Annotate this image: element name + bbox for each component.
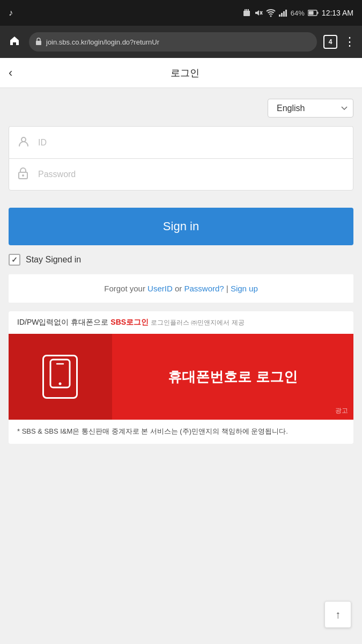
svg-point-20 xyxy=(59,383,62,385)
signal-icon xyxy=(279,9,287,17)
stay-signed-checkbox[interactable]: ✓ xyxy=(9,254,20,266)
home-button[interactable] xyxy=(6,33,23,52)
language-select[interactable]: English 한국어 xyxy=(268,99,353,118)
svg-point-15 xyxy=(21,137,26,142)
svg-rect-8 xyxy=(281,13,283,17)
signin-button[interactable]: Sign in xyxy=(9,208,353,245)
svg-rect-10 xyxy=(285,10,287,17)
links-row: Forgot your UserID or Password? | Sign u… xyxy=(9,274,353,303)
id-input-wrapper xyxy=(9,126,353,158)
status-bar: ♪ 64% 12:13 AM xyxy=(0,0,362,26)
svg-rect-13 xyxy=(308,11,313,15)
lock-field-icon xyxy=(18,167,31,182)
ad-provider-text: 로그인플러스 ㈜민앤지에서 제공 xyxy=(151,318,245,327)
status-icons: 64% 12:13 AM xyxy=(242,9,353,17)
url-bar[interactable]: join.sbs.co.kr/login/login.do?returnUr xyxy=(29,32,317,52)
ad-footer: * SBS & SBS I&M은 통신판매 중계자로 본 서비스는 (주)민앤지… xyxy=(9,420,353,444)
music-icon: ♪ xyxy=(9,8,13,18)
page-header: ‹ 로그인 xyxy=(0,58,362,88)
checkbox-checkmark: ✓ xyxy=(11,255,18,264)
ad-main-text: 휴대폰번호로 로그인 xyxy=(168,368,297,386)
password-input-wrapper xyxy=(9,158,353,191)
sd-card-icon xyxy=(242,9,251,17)
svg-rect-3 xyxy=(248,9,249,11)
ad-label: 광고 xyxy=(335,406,348,415)
forgot-userid-link[interactable]: UserID xyxy=(147,284,173,293)
id-input[interactable] xyxy=(38,138,344,148)
ad-sbs-login-text: SBS로그인 xyxy=(110,318,149,327)
signup-link[interactable]: Sign up xyxy=(231,284,258,293)
wifi-icon xyxy=(266,9,276,17)
password-input[interactable] xyxy=(38,170,344,179)
page-title: 로그인 xyxy=(17,67,353,79)
ad-image-left xyxy=(9,334,112,420)
ad-header-text1: ID/PW입력없이 휴대폰으로 xyxy=(17,318,108,327)
ad-banner-header: ID/PW입력없이 휴대폰으로 SBS로그인 로그인플러스 ㈜민앤지에서 제공 xyxy=(9,311,353,334)
svg-rect-2 xyxy=(246,9,247,11)
ad-footer-text: * SBS & SBS I&M은 통신판매 중계자로 본 서비스는 (주)민앤지… xyxy=(17,427,288,435)
stay-signed-label: Stay Signed in xyxy=(26,255,81,265)
language-selector-row: English 한국어 xyxy=(9,99,353,118)
svg-rect-1 xyxy=(245,9,246,11)
ad-image-right: 휴대폰번호로 로그인 xyxy=(112,368,353,386)
more-menu-icon[interactable]: ⋮ xyxy=(344,35,356,49)
phone-icon xyxy=(42,355,78,399)
user-icon xyxy=(18,135,31,150)
svg-rect-9 xyxy=(283,11,285,17)
battery-icon xyxy=(308,10,319,16)
svg-point-6 xyxy=(270,16,271,17)
forgot-text: Forgot your xyxy=(104,284,147,293)
pipe-text: | xyxy=(224,284,231,293)
or-text: or xyxy=(173,284,184,293)
tab-count[interactable]: 4 xyxy=(323,35,337,49)
svg-rect-0 xyxy=(243,11,250,16)
stay-signed-row: ✓ Stay Signed in xyxy=(9,254,353,266)
url-text: join.sbs.co.kr/login/login.do?returnUr xyxy=(46,38,311,46)
forgot-password-link[interactable]: Password? xyxy=(184,284,224,293)
mute-icon xyxy=(254,9,263,17)
battery-text: 64% xyxy=(291,9,305,17)
ad-banner[interactable]: ID/PW입력없이 휴대폰으로 SBS로그인 로그인플러스 ㈜민앤지에서 제공 … xyxy=(9,311,353,444)
ad-image[interactable]: 휴대폰번호로 로그인 광고 xyxy=(9,334,353,420)
time-display: 12:13 AM xyxy=(322,9,353,17)
lock-icon xyxy=(35,38,42,47)
svg-point-17 xyxy=(22,174,24,177)
scroll-top-button[interactable]: ↑ xyxy=(324,601,351,628)
browser-bar: join.sbs.co.kr/login/login.do?returnUr 4… xyxy=(0,26,362,58)
back-button[interactable]: ‹ xyxy=(9,64,17,82)
svg-rect-12 xyxy=(317,12,318,14)
svg-rect-7 xyxy=(279,14,280,17)
svg-rect-14 xyxy=(36,41,41,45)
main-content: English 한국어 Sign in ✓ Stay Signed in For… xyxy=(0,88,362,644)
